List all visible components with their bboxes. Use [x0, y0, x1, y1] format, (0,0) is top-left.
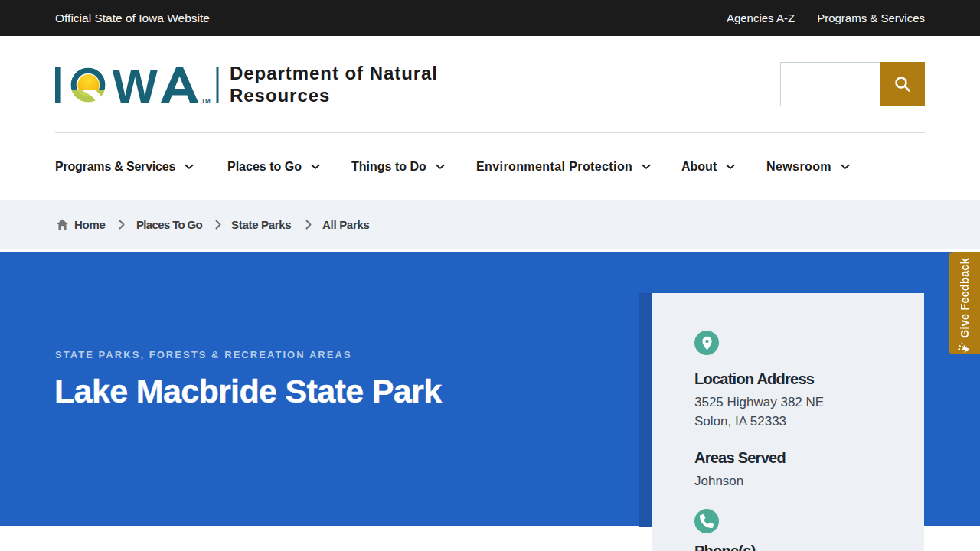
svg-text:W: W	[113, 62, 158, 106]
svg-text:TM: TM	[201, 97, 211, 104]
